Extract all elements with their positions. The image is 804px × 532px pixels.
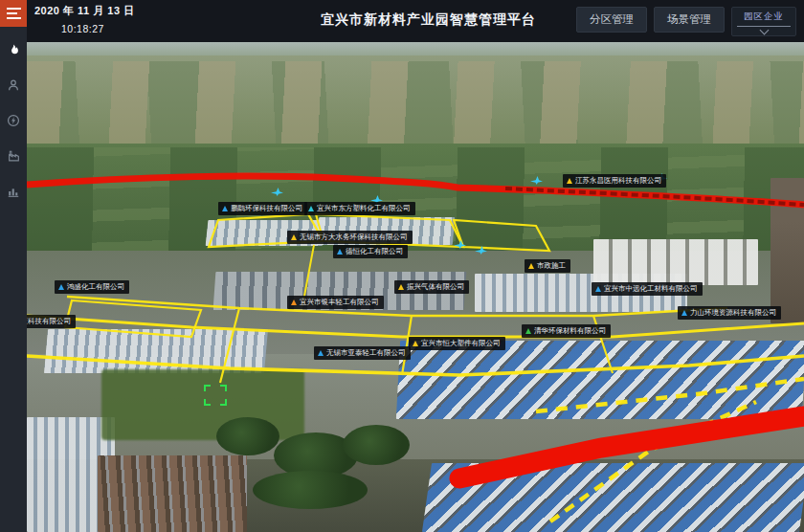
current-time: 10:18:27 [61,23,135,34]
enterprise-label[interactable]: 宜兴市恒大塑件有限公司 [409,337,505,350]
topbar-actions: 分区管理 场景管理 园区企业 [576,7,796,36]
enterprise-label-text: 清华环保材料有限公司 [534,327,606,335]
enterprise-label[interactable]: 江苏永昌医用科技有限公司 [563,174,666,188]
enterprise-label[interactable]: 远东固废科技有限公司 [27,315,76,328]
label-marker-icon [58,284,64,290]
label-marker-icon [525,328,531,334]
label-marker-icon [595,286,601,292]
map-3d-viewport[interactable]: 鹏鹞环保科技有限公司 宜兴市东方塑料化工有限公司 无锡市方大水务环保科技有限公司… [27,42,804,532]
enterprise-label[interactable]: 振兴气体有限公司 [394,280,469,294]
label-marker-icon [413,341,418,346]
enterprise-label[interactable]: 鹏鹞环保科技有限公司 [218,202,307,215]
enterprise-label-text: 无锡市方大水务环保科技有限公司 [300,233,408,241]
enterprise-label[interactable]: 无锡市方大水务环保科技有限公司 [287,231,413,244]
enterprise-label-text: 江苏永昌医用科技有限公司 [575,177,661,185]
label-marker-icon [681,310,687,316]
enterprise-label[interactable]: 德恒化工有限公司 [333,245,408,258]
label-marker-icon [528,263,534,269]
page-title: 宜兴市新材料产业园智慧管理平台 [321,11,536,29]
enterprise-label-text: 鸿盛化工有限公司 [67,283,124,291]
sidebar-item-factory[interactable] [0,144,27,168]
sidebar-item-fire[interactable] [0,37,27,62]
hamburger-icon [7,8,21,19]
label-marker-icon [337,249,343,255]
scene-management-button[interactable]: 场景管理 [654,7,725,33]
sidebar-item-user[interactable] [0,73,27,98]
infrastructure-label[interactable]: 市政施工 [525,259,570,273]
enterprise-label-text: 宜兴市东方塑料化工有限公司 [317,205,411,212]
label-text: 市政施工 [537,262,566,270]
enterprise-label[interactable]: 宜兴市中远化工材料有限公司 [592,282,703,296]
enterprise-label-text: 力山环境资源科技有限公司 [690,309,776,317]
enterprise-label-text: 无锡市亚泰轻工有限公司 [326,349,406,357]
enterprise-label[interactable]: 宜兴市银丰轻工有限公司 [287,296,384,309]
label-marker-icon [291,234,297,240]
left-sidebar [0,0,27,532]
enterprise-label[interactable]: 无锡市亚泰轻工有限公司 [314,346,411,360]
label-marker-icon [318,350,324,356]
enterprise-label-text: 宜兴市恒大塑件有限公司 [421,340,501,347]
flame-icon [7,43,20,57]
label-marker-icon [567,178,572,184]
enterprise-label[interactable]: 宜兴市东方塑料化工有限公司 [304,202,415,215]
chevron-down-icon [759,26,769,35]
enterprise-label[interactable]: 鸿盛化工有限公司 [55,280,129,294]
person-icon [7,78,20,92]
dropdown-label: 园区企业 [744,11,784,23]
label-marker-icon [222,206,228,211]
park-enterprise-dropdown[interactable]: 园区企业 [731,7,796,36]
enterprise-label-text: 远东固废科技有限公司 [27,318,71,325]
enterprise-label-text: 宜兴市中远化工材料有限公司 [604,285,698,293]
sidebar-item-statistics[interactable] [0,179,27,204]
selection-brackets [204,385,227,406]
enterprise-label-text: 德恒化工有限公司 [346,248,403,255]
power-icon [7,114,20,127]
top-bar: 2020 年 11 月 13 日 10:18:27 宜兴市新材料产业园智慧管理平… [27,0,804,42]
zone-management-button[interactable]: 分区管理 [576,7,647,33]
factory-icon [7,149,21,163]
label-marker-icon [291,299,297,305]
sidebar-item-energy[interactable] [0,108,27,133]
label-marker-icon [398,284,404,290]
label-marker-icon [308,206,314,211]
enterprise-label[interactable]: 力山环境资源科技有限公司 [678,306,781,320]
enterprise-label-text: 振兴气体有限公司 [407,283,464,291]
app-window: 2020 年 11 月 13 日 10:18:27 宜兴市新材料产业园智慧管理平… [0,0,804,532]
enterprise-label[interactable]: 清华环保材料有限公司 [522,324,611,338]
hamburger-menu-button[interactable] [0,0,27,27]
enterprise-label-text: 鹏鹞环保科技有限公司 [231,205,302,212]
bar-chart-icon [7,185,20,198]
current-date: 2020 年 11 月 13 日 [34,4,135,18]
datetime-block: 2020 年 11 月 13 日 10:18:27 [34,4,135,34]
enterprise-label-text: 宜兴市银丰轻工有限公司 [300,299,379,306]
